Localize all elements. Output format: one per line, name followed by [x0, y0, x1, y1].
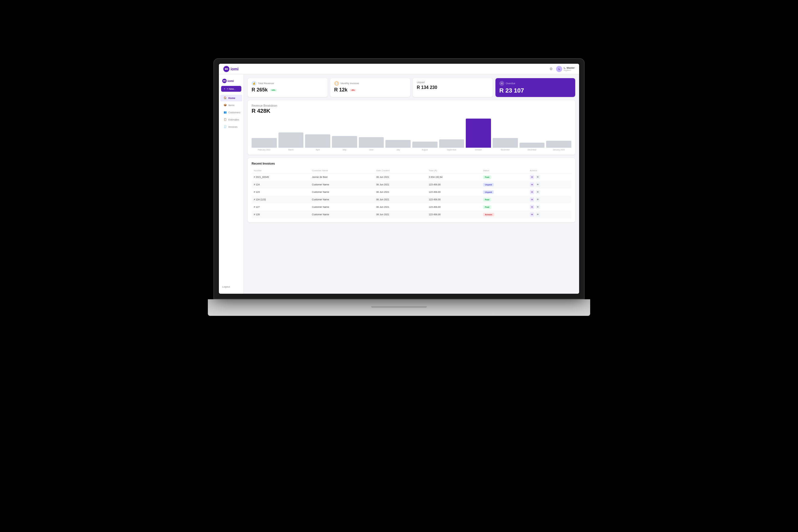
sidebar-item-estimates[interactable]: 📋 Estimates — [220, 116, 242, 123]
sidebar-item-customers[interactable]: 👥 Customers — [220, 109, 242, 116]
logout-link[interactable]: Logout — [222, 285, 230, 288]
invoices-icon: 🧾 — [224, 125, 227, 129]
bar-group: April — [305, 134, 330, 151]
monthly-icon: 📄 — [334, 81, 339, 86]
action-icons: ✉ 👁 — [530, 212, 569, 217]
bar-group: May — [332, 136, 357, 151]
table-section: Recent Invoices Number Customer Name Dat… — [248, 158, 575, 222]
cell-date: 06 Jun 2021 — [374, 181, 427, 188]
mail-icon[interactable]: ✉ — [530, 212, 534, 217]
items-icon: 📦 — [224, 103, 227, 107]
sidebar-label-home: Home — [228, 97, 235, 99]
col-status: Status — [481, 168, 528, 173]
sidebar-item-home[interactable]: 🏠 Home — [220, 95, 242, 101]
cell-customer: Jannie de Beer — [310, 173, 374, 181]
cell-date: 06 Jun 2021 — [374, 188, 427, 196]
monthly-badge: -5% — [350, 89, 356, 92]
estimates-icon: 📋 — [224, 118, 227, 121]
table-row: # 123 Customer Name 06 Jun 2021 123 456.… — [252, 188, 571, 196]
overdue-icon: ✕ — [499, 81, 504, 86]
table-header: Number Customer Name Date Created Total … — [252, 168, 571, 173]
home-icon: 🏠 — [224, 96, 227, 100]
status-badge: Paid — [483, 175, 491, 179]
col-customer: Customer Name — [310, 168, 374, 173]
col-date: Date Created — [374, 168, 427, 173]
stat-header-monthly: 📄 Monthly Invoices — [334, 81, 406, 86]
mail-icon[interactable]: ✉ — [530, 205, 534, 209]
cell-total: 123 456.00 — [426, 188, 481, 196]
cell-actions: ✉ 👁 — [528, 203, 571, 211]
svg-rect-5 — [225, 80, 226, 82]
avatar: L — [556, 66, 562, 72]
view-icon[interactable]: 👁 — [536, 182, 540, 187]
screen-bezel: iomi ⚙ L L. Master Digitkno — [213, 58, 585, 299]
mail-icon[interactable]: ✉ — [530, 197, 534, 202]
bar-group: June — [359, 137, 384, 151]
action-icons: ✉ 👁 — [530, 175, 569, 179]
stat-header-unpaid: Unpaid — [417, 81, 489, 84]
sidebar-logo-icon — [222, 79, 227, 83]
new-button[interactable]: ＋ + New... — [221, 86, 241, 92]
bar-group: January 2023 — [546, 141, 571, 151]
logo-text: iomi — [230, 67, 239, 71]
user-info: L L. Master Digitkno — [556, 66, 575, 72]
revenue-icon: 💰 — [252, 81, 256, 86]
action-icons: ✉ 👁 — [530, 182, 569, 187]
svg-point-0 — [225, 68, 226, 70]
user-details: L. Master Digitkno — [564, 66, 575, 71]
cell-actions: ✉ 👁 — [528, 188, 571, 196]
screen-inner: iomi ⚙ L L. Master Digitkno — [219, 64, 579, 294]
mail-icon[interactable]: ✉ — [530, 175, 534, 179]
keyboard-base — [208, 299, 590, 316]
stat-card-overdue: ✕ Overdue R 23 107 — [495, 78, 575, 97]
chart-section: Revenue Breakdown R 428K February 2022Ma… — [248, 100, 575, 155]
status-badge: Unpaid — [483, 190, 494, 194]
mail-icon[interactable]: ✉ — [530, 190, 534, 194]
bar-label: June — [369, 149, 373, 151]
bar-group: October — [466, 119, 491, 151]
sidebar-logo: iomi — [219, 77, 244, 86]
unpaid-value: R 134 230 — [417, 85, 437, 90]
sidebar-item-invoices[interactable]: 🧾 Invoices — [220, 124, 242, 130]
status-badge: Unpaid — [483, 183, 494, 187]
view-icon[interactable]: 👁 — [536, 175, 540, 179]
table-row: # 124 Customer Name 06 Jun 2021 123 456.… — [252, 181, 571, 188]
svg-rect-2 — [227, 68, 228, 70]
settings-icon[interactable]: ⚙ — [549, 67, 553, 71]
view-icon[interactable]: 👁 — [536, 212, 540, 217]
bar-label: December — [528, 149, 536, 151]
monthly-value-row: R 12k -5% — [334, 87, 406, 93]
monthly-label: Monthly Invoices — [341, 82, 359, 85]
top-bar-right: ⚙ L L. Master Digitkno — [549, 66, 575, 72]
status-badge: Arrears — [483, 213, 494, 216]
bar-group: December — [519, 143, 545, 151]
view-icon[interactable]: 👁 — [536, 205, 540, 209]
sidebar-item-items[interactable]: 📦 Items — [220, 102, 242, 109]
cell-number: # 2021_82045 — [252, 173, 310, 181]
view-icon[interactable]: 👁 — [536, 190, 540, 194]
cell-total: 123 456.00 — [426, 203, 481, 211]
mail-icon[interactable]: ✉ — [530, 182, 534, 187]
cell-status: Paid — [481, 173, 528, 181]
sidebar-logo-text: iomi — [227, 79, 234, 82]
bar-label: November — [501, 149, 510, 151]
bar-group: November — [493, 138, 518, 151]
bar — [466, 119, 491, 148]
cell-customer: Customer Name — [310, 196, 374, 203]
bar-group: September — [439, 139, 464, 151]
cell-number: # 123 — [252, 188, 310, 196]
cell-actions: ✉ 👁 — [528, 211, 571, 218]
revenue-value-row: R 265k +8% — [252, 87, 324, 93]
table-body: # 2021_82045 Jannie de Beer 06 Jun 2021 … — [252, 173, 571, 218]
view-icon[interactable]: 👁 — [536, 197, 540, 202]
bar — [439, 139, 464, 148]
table-row: # 127 Customer Name 06 Jun 2021 123 456.… — [252, 203, 571, 211]
cell-customer: Customer Name — [310, 181, 374, 188]
customers-icon: 👥 — [224, 111, 227, 114]
action-icons: ✉ 👁 — [530, 205, 569, 209]
chart-value: R 428K — [252, 108, 571, 114]
stat-card-unpaid: Unpaid R 134 230 — [413, 78, 493, 97]
app-layout: iomi ＋ + New... 🏠 Home 📦 Items — [219, 74, 579, 294]
monthly-value: R 12k — [334, 87, 347, 93]
cell-date: 06 Jun 2021 — [374, 196, 427, 203]
